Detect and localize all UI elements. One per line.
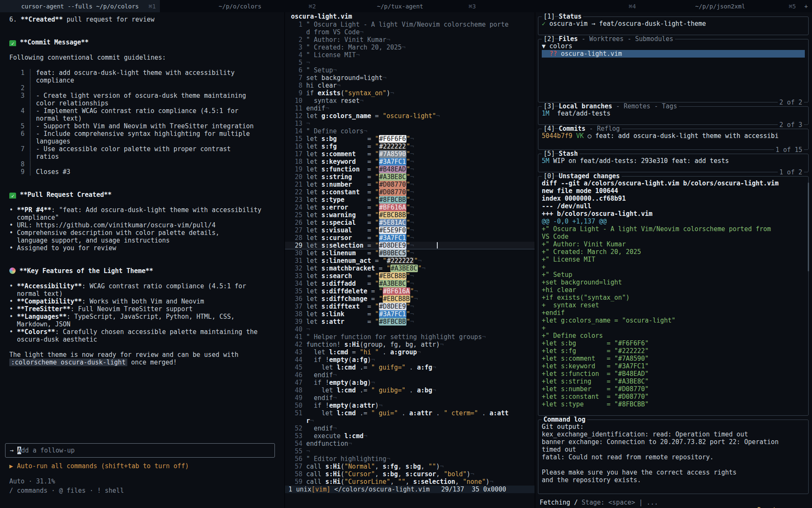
vim-line: 54endfunction¬	[285, 440, 535, 447]
tmux-window-5[interactable]: ~/p/p/json2xml ⌘5	[640, 0, 800, 12]
diff-line: +" Created: March 20, 2025	[542, 248, 805, 256]
panel-stash[interactable]: [5]─Stash 5M WIP on feat/add-tests: 293e…	[538, 154, 809, 172]
agent-output-line: language support, and usage instructions	[9, 237, 284, 244]
vim-line: 1" Oscura Light - A light Vim/Neovim col…	[285, 21, 535, 28]
vim-line: 24let s:error = "#BF616A"¬	[285, 204, 535, 211]
vim-line: 34let s:diffadd = "#A3BE8C"¬	[285, 280, 535, 287]
vim-line: 55¬	[285, 447, 535, 455]
agent-output-line	[9, 260, 284, 267]
agent-output-line: 3│ - Create light version of oscura-dusk…	[9, 92, 284, 99]
panel-branches[interactable]: [3]─Local branches - Remotes - Tags 1M f…	[538, 106, 809, 125]
agent-output-line: ✓ **Commit Message**	[9, 39, 284, 46]
vim-line: 42function! s:Hi(group, fg, bg, attr)¬	[285, 341, 535, 348]
diff-line: +let s:keyword = "#3A7FC1"	[542, 362, 805, 370]
vim-line: 17let s:comment = "#7A8590"¬	[285, 150, 535, 158]
diff-line: +let s:function = "#B48EAD"	[542, 370, 805, 378]
panel-branches-title: [3]─Local branches - Remotes - Tags	[542, 102, 679, 110]
agent-output-line: :colorscheme oscura-dusk-light once merg…	[9, 359, 284, 366]
vim-line: 33let s:search = "#EBCB8B"¬	[285, 272, 535, 280]
agent-output-line	[9, 199, 284, 206]
stash-row[interactable]: 5M WIP on feat/add-tests: 293e310 feat: …	[542, 157, 805, 165]
agent-output-line: 8│	[9, 160, 284, 168]
vim-line: 28let s:cursor = "#3A7FC1"¬	[285, 234, 535, 242]
vim-line: 29let s:selection = "#D8DEE9"¬	[285, 242, 535, 249]
file-row[interactable]: ▼ colors	[542, 42, 805, 50]
vim-line: 8hi clear¬	[285, 82, 535, 89]
log-line	[542, 461, 805, 469]
file-list[interactable]: ▼ colors ?? oscura-light.vim	[538, 39, 808, 101]
lazygit-status-text: Fetching / Stage: <space> | ...	[540, 499, 658, 506]
agent-output-line: • **Languages**: TypeScript, JavaScript,…	[9, 313, 284, 320]
diff-view[interactable]: diff --git a/colors/oscura-light.vim b/c…	[538, 177, 808, 414]
panel-cmdlog-title: Command log	[542, 416, 587, 423]
agent-output-line: 6. **Created** pull request for review	[9, 16, 284, 23]
diff-line: +if exists("syntax_on")	[542, 294, 805, 301]
new-window-button[interactable]: +	[800, 0, 812, 12]
agent-output-line	[9, 46, 284, 54]
vim-line: 20let s:string = "#A3BE8C"¬	[285, 173, 535, 181]
vim-line: 5¬	[285, 59, 535, 66]
vim-line: 6" Setup¬	[285, 66, 535, 74]
log-line: banner exchange: Connection to 20.207.73…	[542, 438, 805, 446]
diff-line: +let s:fg = "#222222"	[542, 347, 805, 355]
vim-line: 45 let l:cmd .= " guifg=" . a:fg¬	[285, 364, 535, 371]
tmux-window-5-key: ⌘5	[789, 3, 796, 10]
agent-output-line	[9, 176, 284, 183]
panel-files[interactable]: [2]─Files - Worktrees - Submodules ▼ col…	[538, 39, 809, 102]
log-line: fatal: Could not read from remote reposi…	[542, 453, 805, 461]
diff-line: + syntax reset	[542, 301, 805, 309]
donate-link[interactable]: Donate	[757, 506, 780, 508]
agent-output-line: │ compliance	[9, 77, 284, 84]
diff-line: +let s:comment = "#7A8590"	[542, 355, 805, 362]
log-line: kex_exchange_identification: read: Opera…	[542, 431, 805, 438]
diff-line: +" Setup	[542, 271, 805, 279]
panel-command-log[interactable]: Command log Git output:kex_exchange_iden…	[538, 420, 809, 494]
autorun-toggle[interactable]: ▶ Auto-run all commands (shift+tab to tu…	[9, 462, 189, 470]
agent-output-line	[9, 61, 284, 69]
pane-container: 6. **Created** pull request for review✓ …	[0, 12, 812, 508]
commit-row[interactable]: 5044b7f9 VK ○ feat: add oscura-dusk-ligh…	[542, 132, 805, 140]
tmux-window-4[interactable]: ⌘4	[480, 0, 640, 12]
tmux-window-3-key: ⌘3	[469, 3, 476, 10]
diff-line: +let s:constant = "#D08770"	[542, 393, 805, 400]
vim-line: 38let s:link = "#3A7FC1"¬	[285, 310, 535, 318]
diff-line: --- /dev/null	[542, 202, 805, 210]
panel-commits[interactable]: [4]─Commits - Reflog 5044b7f9 VK ○ feat:…	[538, 129, 809, 150]
vim-statusline: 1 unix[vim] </colors/oscura-light.vim 29…	[285, 486, 535, 493]
diff-line: +set background=light	[542, 279, 805, 286]
tmux-window-1[interactable]: cursor-agent --fulls ~/p/o/colors ⌘1	[0, 0, 160, 12]
panel-branches-title: [3]─Local branches - Remotes - Tags	[543, 102, 677, 110]
panel-commits-title: [4]─Commits - Reflog	[542, 125, 622, 133]
diff-scrollbar[interactable]	[808, 182, 809, 271]
text-cursor: A	[17, 447, 21, 454]
vim-line: 11endif¬	[285, 105, 535, 112]
vim-line: 26let s:special = "#5E81AC"¬	[285, 219, 535, 226]
vim-line: 21let s:number = "#D08770"¬	[285, 181, 535, 188]
followup-input[interactable]: → A dd a follow-up	[5, 443, 275, 458]
panel-unstaged-changes[interactable]: [0]─Unstaged changes diff --git a/colors…	[538, 176, 809, 416]
panel-commits-title: [4]─Commits - Reflog	[543, 125, 620, 133]
lazygit-pane: [1]─Status ✓ oscura-vim → feat/oscura-du…	[535, 12, 812, 508]
vim-line: 48 let l:cmd .= " guibg=" . a:bg¬	[285, 387, 535, 394]
agent-output-line: • **Compatibility**: Works with both Vim…	[9, 298, 284, 305]
vim-line: 3" Created: March 20, 2025¬	[285, 44, 535, 51]
vim-line: 32let s:matchbracket = "#A3BE8C"¬	[285, 265, 535, 272]
vim-line: 9if exists("syntax_on")¬	[285, 89, 535, 97]
diff-line: +let s:type = "#8FBCBB"	[542, 400, 805, 408]
panel-status[interactable]: [1]─Status ✓ oscura-vim → feat/oscura-du…	[538, 17, 809, 35]
input-placeholder: dd a follow-up	[21, 447, 74, 454]
panel-stash-title: [5]─Stash	[542, 150, 579, 157]
vim-line: 39let s:attr = "#8FBCBB"¬	[285, 318, 535, 326]
log-line: Git output:	[542, 423, 805, 431]
tmux-window-2[interactable]: ~/p/o/colors ⌘2	[160, 0, 320, 12]
tmux-window-3[interactable]: ~/p/tux-agent ⌘3	[320, 0, 480, 12]
agent-output-line: 9│ Closes #3	[9, 168, 284, 176]
tmux-window-1-title: cursor-agent --fulls ~/p/o/colors	[21, 3, 139, 10]
file-row[interactable]: ?? oscura-light.vim	[542, 50, 805, 58]
vim-line: 57call s:Hi("Normal", s:fg, s:bg, "")¬	[285, 463, 535, 470]
agent-pane: 6. **Created** pull request for review✓ …	[0, 12, 284, 508]
vim-buffer[interactable]: 1" Oscura Light - A light Vim/Neovim col…	[285, 21, 535, 486]
diff-line: +	[542, 263, 805, 271]
agent-output-line: oscura-dusk aesthetic	[9, 336, 284, 343]
branch-row[interactable]: 1M feat/add-tests	[542, 110, 805, 117]
